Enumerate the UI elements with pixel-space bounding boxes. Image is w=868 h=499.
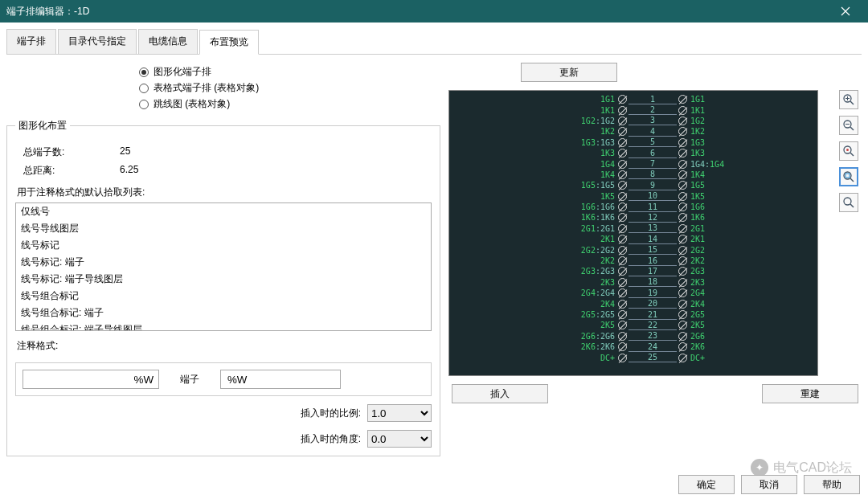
insert-angle-label: 插入时的角度:: [301, 432, 361, 446]
zoom-out-button[interactable]: [839, 116, 858, 135]
group-legend: 图形化布置: [15, 119, 70, 133]
list-item[interactable]: 线号组合标记: [16, 288, 431, 305]
format-left-input[interactable]: [23, 370, 159, 389]
radio-graphical[interactable]: 图形化端子排: [139, 65, 440, 79]
preview-row: 2G4:2G4192G4: [449, 288, 817, 298]
display-mode-radios: 图形化端子排 表格式端子排 (表格对象) 跳线图 (表格对象): [139, 65, 440, 111]
insert-angle-select[interactable]: 0.0: [367, 430, 432, 448]
preview-row: 2K6:2K6242K6: [449, 342, 817, 352]
pan-button[interactable]: [839, 193, 858, 212]
annotation-format-box: 端子: [15, 362, 432, 396]
radio-jumper[interactable]: 跳线图 (表格对象): [139, 97, 440, 111]
svg-point-4: [844, 172, 851, 179]
cancel-button[interactable]: 取消: [741, 475, 797, 494]
preview-row: 2G3:2G3172G3: [449, 266, 817, 276]
zoom-extents-icon: [842, 145, 855, 157]
radio-label: 图形化端子排: [154, 65, 211, 79]
radio-label: 跳线图 (表格对象): [154, 97, 230, 111]
radio-label: 表格式端子排 (表格对象): [154, 81, 259, 95]
annotation-format-label: 注释格式:: [17, 339, 432, 353]
preview-row: 1K6:1K6121K6: [449, 212, 817, 223]
watermark-text: 电气CAD论坛: [773, 460, 852, 477]
zoom-toolbar: [839, 90, 862, 212]
tab-cable-info[interactable]: 电缆信息: [138, 29, 198, 54]
help-button[interactable]: 帮助: [804, 475, 860, 494]
list-item[interactable]: 线号标记: 端子导线图层: [16, 271, 431, 288]
preview-row: 1K5101K5: [449, 191, 817, 202]
wechat-icon: ✦: [751, 459, 768, 477]
radio-icon: [139, 84, 149, 93]
tab-terminal-strip[interactable]: 端子排: [6, 29, 56, 54]
pan-icon: [842, 196, 855, 209]
preview-row: DC+25DC+: [449, 352, 817, 362]
svg-point-3: [846, 149, 849, 151]
window-title: 端子排编辑器：-1D: [6, 5, 89, 18]
list-item[interactable]: 线号组合标记: 端子: [16, 305, 431, 321]
tab-layout-preview[interactable]: 布置预览: [199, 30, 259, 55]
preview-row: 2K2162K2: [449, 256, 817, 266]
preview-row: 1G5:1G591G5: [449, 180, 817, 190]
format-mid-label: 端子: [166, 373, 214, 387]
ok-button[interactable]: 确定: [678, 475, 735, 494]
zoom-out-icon: [842, 119, 855, 132]
preview-row: 2G2:2G2152G2: [449, 244, 817, 255]
annotation-format-list[interactable]: 仅线号线号导线图层线号标记线号标记: 端子线号标记: 端子导线图层线号组合标记线…: [15, 202, 432, 331]
right-panel: 更新 1G111G11K121K11G2:1G231G21K241K21G3:1…: [448, 63, 862, 456]
total-distance-label: 总距离:: [23, 164, 120, 178]
preview-row: 1K121K1: [449, 104, 817, 115]
insert-scale-select[interactable]: 1.0: [367, 404, 432, 422]
graphical-layout-group: 图形化布置 总端子数:25 总距离:6.25 用于注释格式的默认拾取列表: 仅线…: [6, 119, 440, 456]
zoom-window-icon: [842, 170, 855, 183]
update-button[interactable]: 更新: [521, 63, 617, 82]
zoom-window-button[interactable]: [839, 167, 858, 186]
insert-button[interactable]: 插入: [452, 384, 548, 403]
titlebar: 端子排编辑器：-1D: [0, 0, 868, 22]
list-item[interactable]: 线号组合标记: 端子导线图层: [16, 321, 431, 331]
zoom-in-button[interactable]: [839, 90, 858, 109]
preview-row: 1G3:1G351G3: [449, 137, 817, 148]
total-distance-value: 6.25: [120, 164, 138, 178]
svg-point-6: [844, 198, 851, 205]
preview-bottom-buttons: 插入 重建: [448, 384, 862, 403]
zoom-in-icon: [842, 93, 855, 106]
total-terminals-label: 总端子数:: [23, 145, 120, 159]
preview-row: 1G471G4:1G4: [449, 158, 817, 169]
preview-row: 2G1:2G1132G1: [449, 223, 817, 234]
radio-icon: [139, 67, 149, 77]
close-icon: [841, 6, 850, 16]
tab-catalog[interactable]: 目录代号指定: [58, 29, 137, 54]
close-button[interactable]: [829, 0, 862, 22]
preview-row: 1G6:1G6111G6: [449, 202, 817, 212]
list-item[interactable]: 线号标记: [16, 237, 431, 254]
preview-row: 2K4202K4: [449, 298, 817, 309]
svg-rect-5: [845, 174, 850, 178]
rebuild-button[interactable]: 重建: [762, 384, 858, 403]
radio-icon: [139, 100, 149, 109]
content-area: 图形化端子排 表格式端子排 (表格对象) 跳线图 (表格对象) 图形化布置 总端…: [0, 55, 868, 464]
tab-bar: 端子排 目录代号指定 电缆信息 布置预览: [6, 29, 862, 55]
preview-row: 2K1142K1: [449, 234, 817, 244]
preview-row: 2G6:2G6232G6: [449, 331, 817, 342]
left-panel: 图形化端子排 表格式端子排 (表格对象) 跳线图 (表格对象) 图形化布置 总端…: [6, 63, 440, 456]
preview-row: 2K3182K3: [449, 277, 817, 288]
list-item[interactable]: 仅线号: [16, 203, 431, 220]
format-right-input[interactable]: [220, 370, 341, 389]
list-item[interactable]: 线号标记: 端子: [16, 254, 431, 271]
pick-list-label: 用于注释格式的默认拾取列表:: [17, 186, 432, 199]
preview-row: 1G2:1G231G2: [449, 116, 817, 126]
zoom-extents-button[interactable]: [839, 141, 858, 161]
preview-row: 1K481K4: [449, 170, 817, 180]
preview-row: 2G5:2G5212G5: [449, 309, 817, 320]
list-item[interactable]: 线号导线图层: [16, 220, 431, 237]
total-terminals-value: 25: [120, 145, 130, 159]
radio-tabular[interactable]: 表格式端子排 (表格对象): [139, 81, 440, 95]
preview-row: 1K241K2: [449, 126, 817, 137]
dialog-footer: 确定 取消 帮助: [678, 475, 860, 494]
preview-row: 2K5222K5: [449, 320, 817, 330]
preview-canvas[interactable]: 1G111G11K121K11G2:1G231G21K241K21G3:1G35…: [448, 90, 818, 376]
preview-row: 1K361K3: [449, 148, 817, 158]
preview-row: 1G111G1: [449, 94, 817, 104]
insert-scale-label: 插入时的比例:: [301, 407, 361, 420]
watermark: ✦ 电气CAD论坛: [751, 459, 852, 477]
